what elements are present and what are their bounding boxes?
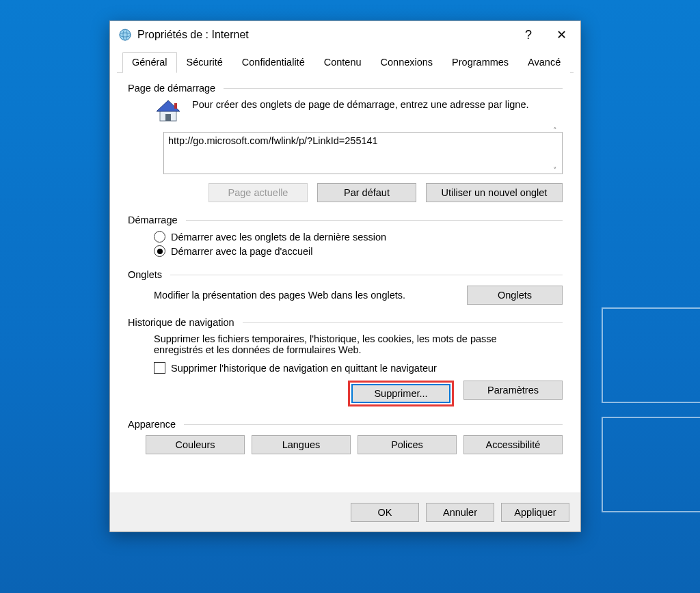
help-button[interactable]: ? [512,21,545,49]
tab-connections[interactable]: Connexions [371,52,443,73]
divider [186,220,563,221]
checkbox-label: Supprimer l'historique de navigation en … [171,363,437,374]
group-label-startup: Démarrage [128,215,178,225]
checkbox-icon [154,362,165,374]
group-label-homepage: Page de démarrage [128,83,215,94]
group-tabs: Onglets Modifier la présentation des pag… [128,269,563,305]
radio-label: Démarrer avec les onglets de la dernière… [171,232,386,243]
group-label-tabs: Onglets [128,269,162,280]
apply-button[interactable]: Appliquer [501,503,569,522]
group-homepage: Page de démarrage Pour créer des onglets [128,83,563,202]
group-history: Historique de navigation Supprimer les f… [128,317,563,406]
radio-label: Démarrer avec la page d'accueil [171,246,312,257]
delete-on-exit-checkbox[interactable]: Supprimer l'historique de navigation en … [154,362,563,374]
home-icon [154,96,183,125]
divider [170,275,563,275]
wallpaper-decoration [602,417,700,512]
use-newtab-button[interactable]: Utiliser un nouvel onglet [426,183,563,202]
use-default-button[interactable]: Par défaut [317,183,416,202]
internet-options-icon [118,28,132,42]
tab-security[interactable]: Sécurité [177,52,232,73]
tab-content[interactable]: Contenu [314,52,371,73]
dialog-body: Page de démarrage Pour créer des onglets [110,73,580,493]
divider [184,424,563,425]
tab-privacy[interactable]: Confidentialité [232,52,314,73]
homepage-url-input[interactable] [163,132,563,174]
radio-last-session[interactable]: Démarrer avec les onglets de la dernière… [154,231,563,243]
colors-button[interactable]: Couleurs [146,435,245,454]
group-appearance: Apparence Couleurs Langues Polices Acces… [128,419,563,454]
languages-button[interactable]: Langues [252,435,351,454]
internet-properties-dialog: Propriétés de : Internet ? ✕ Général Séc… [109,20,581,532]
tab-programs[interactable]: Programmes [442,52,518,73]
close-button[interactable]: ✕ [545,21,578,49]
group-label-appearance: Apparence [128,419,176,430]
tabs-description: Modifier la présentation des pages Web d… [154,290,405,301]
homepage-instruction: Pour créer des onglets de page de démarr… [192,99,563,110]
divider [224,88,563,89]
svg-rect-5 [165,114,171,121]
fonts-button[interactable]: Polices [358,435,457,454]
cancel-button[interactable]: Annuler [426,503,494,522]
group-startup: Démarrage Démarrer avec les onglets de l… [128,215,563,257]
history-description: Supprimer les fichiers temporaires, l'hi… [154,333,523,355]
wallpaper-decoration [602,307,700,403]
accessibility-button[interactable]: Accessibilité [463,435,563,454]
ok-button[interactable]: OK [351,503,419,522]
highlight-annotation: Supprimer... [348,381,454,406]
titlebar: Propriétés de : Internet ? ✕ [110,21,580,49]
group-label-history: Historique de navigation [128,317,234,328]
tab-general[interactable]: Général [122,52,177,73]
delete-history-button[interactable]: Supprimer... [351,384,450,403]
tabstrip: Général Sécurité Confidentialité Contenu… [117,51,574,73]
use-current-button: Page actuelle [208,183,308,202]
window-title: Propriétés de : Internet [137,29,512,41]
svg-rect-6 [174,103,177,109]
desktop-background: Propriétés de : Internet ? ✕ Général Séc… [0,0,700,593]
tab-advanced[interactable]: Avancé [518,52,570,73]
radio-home-page[interactable]: Démarrer avec la page d'accueil [154,245,563,257]
radio-icon [154,245,165,257]
tabs-button[interactable]: Onglets [467,286,563,305]
radio-icon [154,231,165,243]
dialog-footer: OK Annuler Appliquer [110,493,580,532]
history-settings-button[interactable]: Paramètres [463,381,563,400]
svg-point-0 [120,29,131,40]
divider [243,322,563,323]
